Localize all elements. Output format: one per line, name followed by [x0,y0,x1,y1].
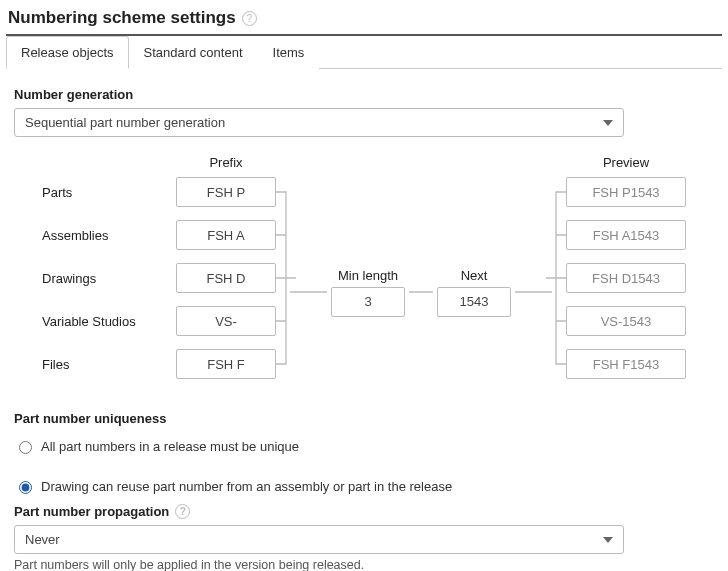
uniqueness-radio-reuse[interactable] [19,481,32,494]
uniqueness-opt-reuse-label: Drawing can reuse part number from an as… [41,479,452,494]
page-title: Numbering scheme settings [8,8,236,28]
propagation-select[interactable]: Never [14,525,624,554]
spacer [42,155,162,173]
prefix-parts[interactable] [176,177,276,207]
prefix-assemblies[interactable] [176,220,276,250]
spacer [290,155,552,173]
preview-files [566,349,686,379]
generation-scheme-value: Sequential part number generation [25,115,225,130]
row-label-assemblies: Assemblies [42,228,108,243]
next-input[interactable] [437,287,511,317]
preview-parts [566,177,686,207]
row-label-variable-studios: Variable Studios [42,314,136,329]
uniqueness-opt-unique-label: All part numbers in a release must be un… [41,439,299,454]
prefix-files[interactable] [176,349,276,379]
next-label: Next [461,268,488,283]
propagation-value: Never [25,532,60,547]
row-label-files: Files [42,357,69,372]
uniqueness-radio-unique[interactable] [19,441,32,454]
uniqueness-label: Part number uniqueness [14,411,714,426]
preview-variable-studios [566,306,686,336]
propagation-label: Part number propagation [14,504,169,519]
uniqueness-opt-unique[interactable]: All part numbers in a release must be un… [14,438,299,454]
preview-header: Preview [566,155,686,173]
row-label-parts: Parts [42,185,72,200]
generation-scheme-select[interactable]: Sequential part number generation [14,108,624,137]
propagation-hint: Part numbers will only be applied in the… [14,558,714,571]
uniqueness-opt-reuse[interactable]: Drawing can reuse part number from an as… [14,478,452,494]
chevron-down-icon [603,120,613,126]
number-generation-label: Number generation [14,87,714,102]
tab-items[interactable]: Items [258,36,320,69]
help-icon[interactable]: ? [175,504,190,519]
prefix-header: Prefix [176,155,276,173]
preview-assemblies [566,220,686,250]
chevron-down-icon [603,537,613,543]
prefix-drawings[interactable] [176,263,276,293]
tab-release-objects[interactable]: Release objects [6,36,129,69]
help-icon[interactable]: ? [242,11,257,26]
row-label-drawings: Drawings [42,271,96,286]
tabs: Release objects Standard content Items [6,36,722,69]
min-length-input[interactable] [331,287,405,317]
prefix-variable-studios[interactable] [176,306,276,336]
tab-standard-content[interactable]: Standard content [129,36,258,69]
preview-drawings [566,263,686,293]
min-length-label: Min length [338,268,398,283]
